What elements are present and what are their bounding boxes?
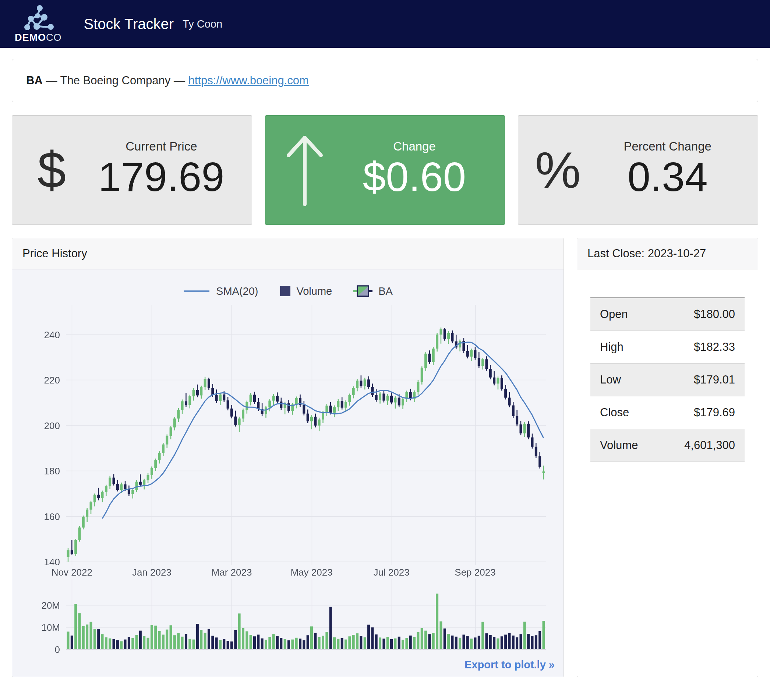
last-close-title: Last Close: 2023-10-27 bbox=[577, 238, 758, 269]
change-label: Change bbox=[345, 139, 485, 154]
ticker-separator: — bbox=[170, 74, 188, 87]
percent-icon: % bbox=[518, 144, 597, 196]
current-price-card: $ Current Price 179.69 bbox=[12, 115, 252, 225]
ohlc-row-label: High bbox=[600, 340, 623, 354]
price-history-chart-area: SMA(20) Volume BA Exp bbox=[12, 269, 563, 677]
ticker-separator: — bbox=[43, 74, 60, 87]
ohlc-row-label: Open bbox=[600, 308, 628, 321]
price-history-panel: Price History SMA(20) Volume bbox=[12, 238, 564, 677]
change-card: Change $0.60 bbox=[265, 115, 505, 225]
current-price-label: Current Price bbox=[91, 139, 231, 154]
arrow-up-icon bbox=[265, 133, 345, 208]
ohlc-table-row: Volume 4,601,300 bbox=[590, 429, 745, 462]
last-close-panel: Last Close: 2023-10-27 Open $180.00 High… bbox=[577, 238, 758, 677]
main-content: Price History SMA(20) Volume bbox=[12, 238, 758, 677]
ohlc-table-row: Close $179.69 bbox=[590, 396, 745, 429]
candlestick-icon bbox=[353, 284, 372, 298]
logo[interactable]: DEMOCO bbox=[15, 5, 62, 44]
ticker-summary: BA — The Boeing Company — https://www.bo… bbox=[12, 59, 758, 102]
company-website-link[interactable]: https://www.boeing.com bbox=[188, 74, 309, 87]
ohlc-row-value: $179.69 bbox=[694, 406, 735, 419]
ohlc-row-label: Low bbox=[600, 373, 621, 386]
percent-change-label: Percent Change bbox=[597, 139, 738, 154]
ohlc-row-value: $180.00 bbox=[694, 308, 735, 321]
volume-swatch-icon bbox=[280, 286, 291, 297]
app-title: Stock Tracker bbox=[84, 16, 174, 32]
app-header: DEMOCO Stock Tracker Ty Coon bbox=[0, 0, 770, 48]
ohlc-table-row: Low $179.01 bbox=[590, 364, 745, 396]
ohlc-table-row: High $182.33 bbox=[590, 331, 745, 364]
last-close-body: Open $180.00 High $182.33 Low $179.01 Cl… bbox=[577, 269, 758, 477]
legend-item-sma[interactable]: SMA(20) bbox=[183, 285, 258, 297]
ohlc-row-value: $179.01 bbox=[694, 373, 735, 386]
current-price-value: 179.69 bbox=[91, 154, 231, 201]
molecule-icon bbox=[21, 5, 56, 31]
ohlc-row-value: 4,601,300 bbox=[684, 439, 735, 452]
company-name: The Boeing Company bbox=[60, 74, 170, 87]
export-plotly-link[interactable]: Export to plot.ly » bbox=[464, 659, 555, 671]
ohlc-table-row: Open $180.00 bbox=[590, 298, 745, 331]
percent-change-card: % Percent Change 0.34 bbox=[518, 115, 758, 225]
legend-item-volume[interactable]: Volume bbox=[280, 285, 332, 297]
ticker-symbol: BA bbox=[26, 74, 43, 87]
ohlc-row-value: $182.33 bbox=[694, 340, 735, 354]
ohlc-table: Open $180.00 High $182.33 Low $179.01 Cl… bbox=[590, 297, 745, 462]
price-history-chart[interactable] bbox=[17, 302, 557, 658]
legend-item-ba[interactable]: BA bbox=[353, 284, 393, 298]
stats-row: $ Current Price 179.69 Change $0.60 % Pe… bbox=[12, 115, 758, 225]
legend-label-volume: Volume bbox=[297, 285, 332, 297]
chart-legend: SMA(20) Volume BA bbox=[17, 284, 558, 298]
change-value: $0.60 bbox=[345, 154, 485, 201]
percent-change-value: 0.34 bbox=[597, 154, 738, 201]
legend-label-ba: BA bbox=[379, 285, 393, 297]
sma-line-icon bbox=[183, 289, 210, 293]
legend-label-sma: SMA(20) bbox=[216, 285, 258, 297]
app-subtitle: Ty Coon bbox=[183, 18, 222, 30]
ohlc-row-label: Close bbox=[600, 406, 629, 419]
logo-text-light: CO bbox=[46, 32, 62, 43]
ohlc-row-label: Volume bbox=[600, 439, 638, 452]
dollar-icon: $ bbox=[12, 144, 91, 196]
logo-text: DEMOCO bbox=[15, 32, 62, 44]
logo-text-bold: DEMO bbox=[15, 32, 46, 43]
price-history-title: Price History bbox=[12, 238, 563, 269]
